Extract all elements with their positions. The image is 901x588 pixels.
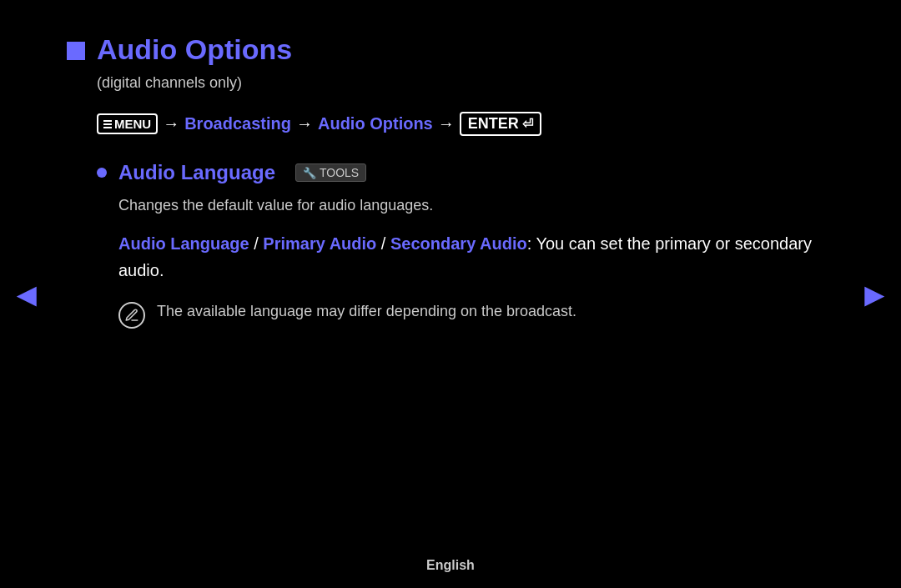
subtitle: (digital channels only) (97, 74, 834, 92)
main-content: Audio Options (digital channels only) ME… (0, 0, 901, 362)
enter-return-icon: ⏎ (522, 116, 533, 132)
square-icon (67, 42, 85, 60)
menu-icon-lines (103, 120, 112, 128)
menu-icon-box: MENU (97, 113, 158, 134)
bullet-dot (97, 168, 107, 178)
page-title-row: Audio Options (67, 33, 834, 66)
note-row: The available language may differ depend… (118, 300, 834, 329)
note-icon (118, 302, 145, 329)
tools-label: TOOLS (320, 166, 359, 179)
page-title: Audio Options (97, 33, 292, 66)
pencil-icon (124, 308, 139, 323)
separator-2: / (376, 234, 390, 253)
separator-1: / (249, 234, 264, 253)
nav-arrow-left[interactable]: ◄ (10, 275, 43, 313)
breadcrumb-arrow-2: → (296, 114, 313, 133)
note-text: The available language may differ depend… (157, 300, 576, 323)
secondary-audio-link: Secondary Audio (390, 234, 527, 253)
breadcrumb-broadcasting: Broadcasting (184, 114, 291, 133)
tools-badge: 🔧 TOOLS (295, 163, 366, 182)
audio-language-label: Audio Language (118, 161, 275, 184)
bullet-section: Audio Language 🔧 TOOLS Changes the defau… (97, 161, 834, 329)
enter-label: ENTER (468, 115, 519, 133)
enter-box: ENTER ⏎ (460, 112, 541, 136)
footer-language: English (426, 558, 475, 573)
breadcrumb-audio-options: Audio Options (318, 114, 433, 133)
primary-audio-link: Primary Audio (263, 234, 376, 253)
audio-language-link: Audio Language (118, 234, 249, 253)
breadcrumb-arrow-3: → (438, 114, 455, 133)
breadcrumb-arrow-1: → (163, 114, 179, 133)
description-text: Changes the default value for audio lang… (118, 194, 834, 217)
breadcrumb: MENU → Broadcasting → Audio Options → EN… (97, 112, 834, 136)
tools-icon: 🔧 (303, 167, 316, 179)
menu-label: MENU (114, 117, 151, 131)
audio-links-row: Audio Language / Primary Audio / Seconda… (118, 230, 834, 284)
audio-language-row: Audio Language 🔧 TOOLS (97, 161, 834, 184)
nav-arrow-right[interactable]: ► (858, 275, 891, 313)
